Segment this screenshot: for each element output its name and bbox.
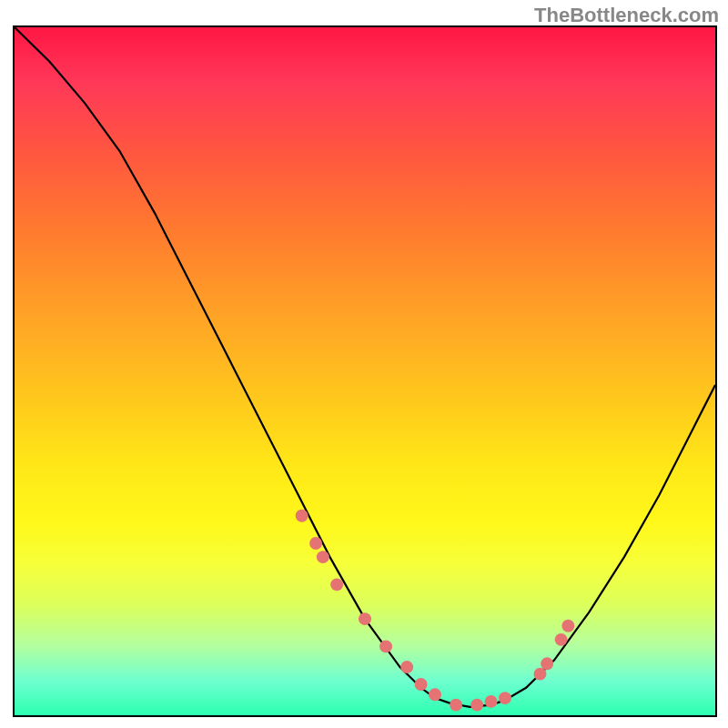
watermark-text: TheBottleneck.com [534,4,719,27]
marker-dot [415,678,428,691]
marker-dot [499,692,511,704]
marker-dot [359,612,371,625]
marker-dot [450,699,462,712]
marker-dot [555,633,568,646]
marker-dot [470,699,483,712]
chart-container: TheBottleneck.com [0,0,728,728]
marker-dot [400,661,413,673]
curve-line [15,27,715,707]
marker-dot [561,620,574,632]
marker-dot [541,657,553,670]
marker-dot [296,510,308,522]
marker-dot [485,695,498,708]
plot-area [13,25,717,717]
marker-dot [317,551,329,563]
chart-svg [15,27,715,715]
marker-dot [309,537,322,550]
marker-dot [379,640,392,652]
marker-dot [330,578,343,591]
marker-dot [534,668,547,681]
marker-dot [429,688,441,701]
